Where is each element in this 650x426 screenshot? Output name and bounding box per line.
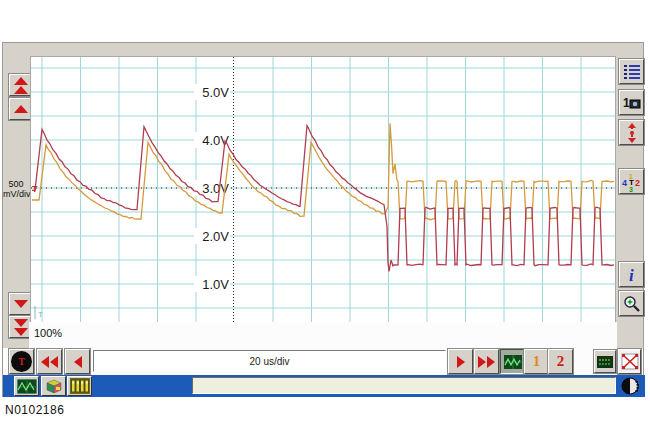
- toolbox-app-icon: [44, 378, 64, 394]
- contrast-toggle-button[interactable]: [620, 376, 642, 396]
- double-up-arrow-icon: [14, 77, 28, 94]
- snapshot-icon: 1: [622, 95, 641, 110]
- screen-icon: [597, 356, 613, 368]
- scope-waveform-svg: 5.0V4.0V3.0V2.0V1.0VTT: [31, 57, 615, 323]
- trigger-line-icon: [623, 123, 641, 143]
- right-arrow-icon: [457, 356, 465, 368]
- svg-text:4: 4: [622, 178, 627, 188]
- svg-text:1: 1: [623, 96, 630, 110]
- svg-text:2.0V: 2.0V: [202, 229, 229, 244]
- zoom-percent-label: 100%: [34, 327, 62, 339]
- screenshot-page: { "window": { "figure_id": "N0102186" },…: [0, 0, 650, 426]
- left-arrow-icon: [74, 356, 82, 368]
- channel-2-button[interactable]: 2: [548, 349, 573, 374]
- below-plot-strip: [29, 322, 617, 348]
- screen-capture-button[interactable]: [594, 350, 616, 373]
- info-icon: i: [624, 266, 640, 284]
- magnifier-plus-icon: [623, 295, 641, 313]
- svg-text:3: 3: [629, 186, 633, 192]
- fast-forward-button[interactable]: [474, 349, 499, 374]
- taskbar-scope-app-button[interactable]: [14, 376, 39, 396]
- channel-1-label: 1: [533, 353, 541, 370]
- close-scope-button[interactable]: [618, 349, 641, 374]
- taskbar-books-app-button[interactable]: [67, 376, 92, 396]
- step-back-button[interactable]: [65, 349, 90, 374]
- application-taskbar: [3, 375, 645, 397]
- channel-select-button[interactable]: 1 4 T 2 3: [619, 169, 644, 194]
- channel-2-label: 2: [557, 353, 565, 370]
- volts-per-div-label: 500 mV/div: [3, 179, 29, 199]
- list-icon: [623, 64, 641, 80]
- channel-1-button[interactable]: 1: [524, 349, 549, 374]
- trigger-t-icon: T: [11, 351, 32, 372]
- svg-text:1.0V: 1.0V: [202, 277, 229, 292]
- trigger-mode-button[interactable]: T: [9, 349, 34, 374]
- down-arrow-icon: [14, 300, 28, 308]
- svg-text:2: 2: [635, 178, 640, 188]
- contrast-icon: [621, 377, 641, 395]
- books-app-icon: [70, 378, 90, 394]
- double-left-arrow-icon: [41, 356, 58, 368]
- up-arrow-icon: [14, 105, 28, 113]
- volts-per-div-value: 500: [3, 179, 29, 189]
- taskbar-toolbox-app-button[interactable]: [41, 376, 66, 396]
- step-forward-button[interactable]: [448, 349, 473, 374]
- scope-display[interactable]: 5.0V4.0V3.0V2.0V1.0VTT: [30, 56, 616, 324]
- scope-app-icon: [17, 379, 37, 394]
- figure-id-label: N0102186: [5, 403, 64, 417]
- taskbar-status-area: [192, 377, 616, 394]
- info-button[interactable]: i: [619, 262, 644, 287]
- double-right-arrow-icon: [478, 356, 495, 368]
- timebase-label: 20 us/div: [249, 356, 289, 367]
- scope-screen-icon: [504, 355, 522, 369]
- svg-text:i: i: [629, 266, 634, 284]
- data-list-button[interactable]: [619, 59, 644, 84]
- trigger-settings-button[interactable]: [619, 120, 644, 145]
- volts-per-div-unit: mV/div: [3, 189, 29, 199]
- oscilloscope-window: 500 mV/div 5.0V4.0V3.0V2.0V1.0VTT 100% T…: [2, 42, 644, 397]
- zoom-button[interactable]: [619, 291, 644, 316]
- timebase-field[interactable]: 20 us/div: [93, 350, 446, 372]
- svg-text:5.0V: 5.0V: [202, 85, 229, 100]
- double-down-arrow-icon: [14, 319, 28, 336]
- rewind-button[interactable]: [37, 349, 62, 374]
- svg-text:T: T: [38, 310, 43, 319]
- channel-select-icon: 1 4 T 2 3: [622, 172, 642, 192]
- live-scope-button[interactable]: [500, 349, 525, 374]
- snapshot-button[interactable]: 1: [619, 90, 644, 115]
- close-x-icon: [621, 353, 639, 370]
